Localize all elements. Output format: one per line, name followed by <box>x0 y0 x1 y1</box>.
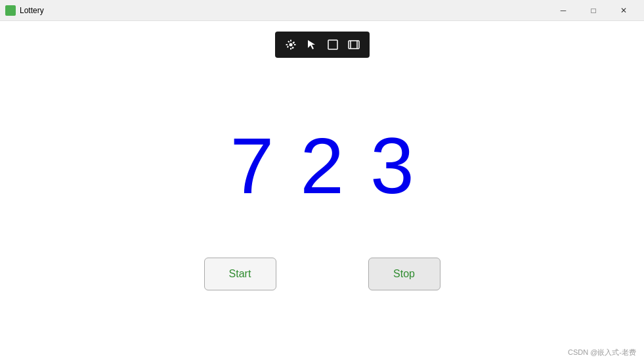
title-bar-left: Lottery <box>5 5 44 16</box>
buttons-row: Start Stop <box>204 258 440 290</box>
svg-rect-5 <box>290 48 291 49</box>
svg-rect-8 <box>328 40 337 49</box>
cursor-icon[interactable] <box>304 37 320 53</box>
numbers-display: 7 2 3 <box>230 126 414 205</box>
app-icon <box>5 5 16 16</box>
lottery-number-3: 3 <box>370 126 414 205</box>
start-button[interactable]: Start <box>204 258 276 290</box>
stop-button[interactable]: Stop <box>368 258 440 290</box>
lottery-number-2: 2 <box>300 126 344 205</box>
lottery-number-1: 7 <box>230 126 274 205</box>
settings-icon[interactable] <box>283 37 299 53</box>
watermark: CSDN @嵌入式-老费 <box>568 348 636 357</box>
capture-icon[interactable] <box>346 37 362 53</box>
svg-marker-7 <box>308 40 315 49</box>
toolbar <box>275 32 370 58</box>
title-bar-controls: ─ □ ✕ <box>548 0 639 21</box>
minimize-button[interactable]: ─ <box>548 0 578 21</box>
svg-rect-3 <box>294 44 295 45</box>
maximize-button[interactable]: □ <box>578 0 609 21</box>
main-content: 7 2 3 Start Stop CSDN @嵌入式-老费 <box>0 21 644 364</box>
svg-rect-6 <box>286 44 287 45</box>
svg-point-0 <box>289 43 292 47</box>
close-button[interactable]: ✕ <box>609 0 639 21</box>
svg-rect-1 <box>290 40 291 41</box>
app-title: Lottery <box>20 6 44 15</box>
title-bar: Lottery ─ □ ✕ <box>0 0 644 21</box>
window-icon[interactable] <box>325 37 341 53</box>
